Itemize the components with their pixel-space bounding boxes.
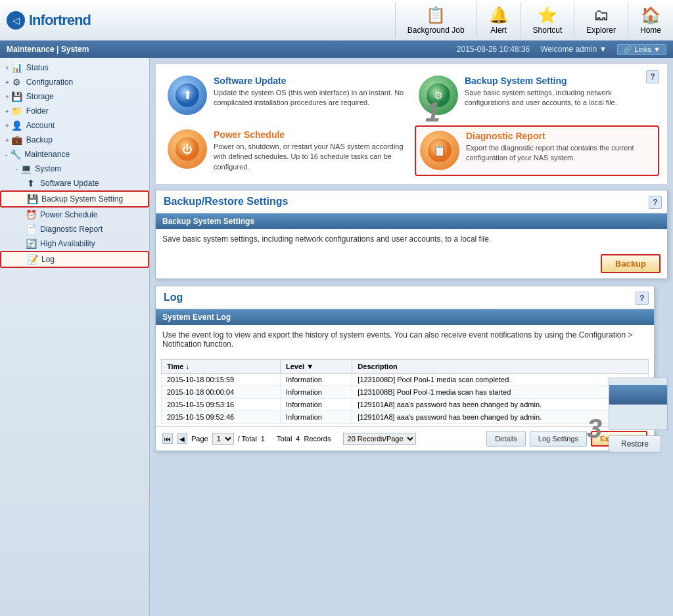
datetime: 2015-08-26 10:48:36 (457, 45, 530, 54)
top-nav: ◁ Infortrend 📋 Background Job 🔔 Alert ⭐ … (0, 0, 673, 41)
log-row[interactable]: 2015-10-15 09:53:16 Information [129101A… (162, 399, 649, 411)
account-icon: 👤 (11, 120, 23, 131)
nav-explorer[interactable]: 🗂 Explorer (574, 2, 628, 39)
svg-text:📋: 📋 (433, 144, 446, 157)
log-section-body: Use the event log to view and export the… (156, 325, 654, 354)
total-label: / Total (238, 435, 257, 443)
toggle-config: + (5, 79, 9, 86)
nav-background-job[interactable]: 📋 Background Job (395, 2, 476, 39)
backup-button[interactable]: Backup (601, 254, 661, 273)
page-select[interactable]: 1 (212, 433, 234, 445)
log-table-wrapper: Time ↓ Level ▼ Description 2015-10-18 00… (156, 354, 654, 426)
log-settings-button[interactable]: Log Settings (530, 431, 587, 447)
log-row[interactable]: 2015-10-18 00:15:59 Information [1231008… (162, 374, 649, 386)
card-diagnostic-title: Diagnostic Report (466, 131, 654, 141)
log-row[interactable]: 2015-10-15 09:52:46 Information [129101A… (162, 411, 649, 424)
system-help-button[interactable]: ? (646, 70, 659, 83)
details-button[interactable]: Details (486, 431, 526, 447)
sidebar-ha-label: High Availability (40, 239, 95, 248)
backup-footer: Backup (156, 249, 667, 278)
svg-text:⏻: ⏻ (182, 144, 193, 155)
log-panel-container: Log ? System Event Log Use the event log… (155, 286, 668, 451)
log-time-0: 2015-10-18 00:15:59 (162, 374, 281, 386)
log-footer: ⏮ ◀ Page 1 / Total 1 Total 4 Records (156, 426, 654, 451)
sidebar-config-label: Configuration (26, 77, 73, 87)
sidebar-item-power-schedule[interactable]: ⏰ Power Schedule (0, 208, 149, 222)
toggle-system: - (16, 165, 18, 173)
config-icon: ⚙ (11, 77, 23, 87)
card-diagnostic-desc: Export the diagnostic report that contai… (466, 143, 654, 164)
sidebar-storage-label: Storage (26, 92, 54, 101)
restore-panel: Restore (609, 378, 668, 452)
background-job-icon: 📋 (426, 6, 446, 24)
sidebar-diagnostic-label: Diagnostic Report (40, 225, 103, 234)
toggle-folder: + (5, 108, 9, 115)
log-desc-0: [1231008D] Pool Pool-1 media scan comple… (352, 374, 649, 386)
first-page-button[interactable]: ⏮ (162, 433, 173, 444)
log-panel: Log ? System Event Log Use the event log… (155, 286, 655, 451)
total-num: 1 (261, 435, 265, 443)
nav-icons: 📋 Background Job 🔔 Alert ⭐ Shortcut 🗂 Ex… (145, 2, 673, 39)
breadcrumb-bar: Maintenance | System 2015-08-26 10:48:36… (0, 41, 673, 58)
restore-button[interactable]: Restore (609, 435, 661, 452)
total-records-label: Total (277, 435, 292, 443)
nav-home[interactable]: 🏠 Home (628, 2, 673, 39)
log-section-header: System Event Log (156, 309, 654, 325)
nav-alert[interactable]: 🔔 Alert (476, 2, 521, 39)
log-time-3: 2015-10-15 09:52:46 (162, 411, 281, 424)
sidebar-power-schedule-label: Power Schedule (40, 210, 97, 219)
sidebar-item-configuration[interactable]: + ⚙ Configuration (0, 75, 149, 89)
card-backup-content: Backup System Setting Save basic system … (465, 76, 655, 108)
sidebar-backup-label: Backup (26, 135, 53, 144)
sidebar-item-backup[interactable]: + 💼 Backup (0, 133, 149, 147)
sidebar-item-storage[interactable]: + 💾 Storage (0, 89, 149, 104)
sidebar-item-folder[interactable]: + 📁 Folder (0, 104, 149, 118)
card-software-update-desc: Update the system OS (this web interface… (214, 88, 404, 108)
card-diagnostic-report[interactable]: 📋 Diagnostic Report Export the diagnosti… (415, 125, 659, 176)
sidebar-item-high-availability[interactable]: 🔄 High Availability (0, 236, 149, 251)
page-label: Page (191, 435, 208, 443)
nav-shortcut[interactable]: ⭐ Shortcut (521, 2, 574, 39)
prev-page-button[interactable]: ◀ (177, 433, 187, 444)
card-software-update-content: Software Update Update the system OS (th… (214, 76, 404, 108)
log-desc-3: [129101A8] aaa's password has been chang… (352, 411, 649, 424)
restore-scrollbar (609, 378, 668, 430)
backup-setting-icon: 💾 (26, 194, 38, 204)
sidebar-item-account[interactable]: + 👤 Account (0, 118, 149, 133)
sidebar-item-software-update[interactable]: ⬆ Software Update (0, 176, 149, 190)
links-button[interactable]: 🔗 Links ▼ (617, 44, 666, 55)
col-level: Level ▼ (280, 360, 352, 374)
content-area: ? ⬆ Software Update Update the system OS… (150, 58, 673, 616)
logo-icon: ◁ (7, 11, 25, 30)
sidebar-item-diagnostic-report[interactable]: 📄 Diagnostic Report (0, 222, 149, 236)
maintenance-icon: 🔧 (9, 149, 21, 160)
folder-icon: 📁 (11, 106, 23, 116)
diagnostic-card-icon: 📋 (420, 131, 459, 170)
sidebar-item-maintenance[interactable]: - 🔧 Maintenance (0, 147, 149, 162)
backup-panel-help[interactable]: ? (649, 196, 662, 209)
log-panel-help[interactable]: ? (636, 292, 649, 305)
toggle-status: + (5, 64, 9, 72)
diagnostic-icon: 📄 (25, 224, 37, 234)
log-desc-2: [129101A8] aaa's password has been chang… (352, 399, 649, 411)
alert-icon: 🔔 (489, 6, 509, 24)
welcome-user[interactable]: Welcome admin ▼ (540, 45, 607, 54)
toggle-account: + (5, 122, 9, 129)
card-power-desc: Power on, shutdown, or restart your NAS … (214, 142, 404, 172)
svg-text:⬆: ⬆ (183, 89, 193, 102)
log-row[interactable]: 2015-10-18 00:00:04 Information [1231008… (162, 386, 649, 399)
sidebar-item-backup-system-setting[interactable]: 💾 Backup System Setting (0, 190, 149, 208)
card-backup-system-setting[interactable]: ⚙ Backup System Setting Save basic syste… (415, 72, 659, 119)
sw-update-icon: ⬆ (25, 178, 37, 188)
sidebar-item-log[interactable]: 📝 Log (0, 251, 149, 268)
card-power-title: Power Schedule (214, 129, 404, 140)
sidebar-folder-label: Folder (26, 106, 49, 116)
breadcrumb-right: 2015-08-26 10:48:36 Welcome admin ▼ 🔗 Li… (457, 44, 666, 55)
records-per-page-select[interactable]: 20 Records/Page (343, 433, 416, 445)
card-power-schedule[interactable]: ⏻ Power Schedule Power on, shutdown, or … (164, 125, 408, 176)
power-card-icon: ⏻ (168, 129, 207, 169)
card-software-update[interactable]: ⬆ Software Update Update the system OS (… (164, 72, 408, 119)
sidebar-item-system[interactable]: - 💻 System (0, 162, 149, 176)
sidebar-item-status[interactable]: + 📊 Status (0, 60, 149, 75)
log-level-1: Information (280, 386, 352, 399)
